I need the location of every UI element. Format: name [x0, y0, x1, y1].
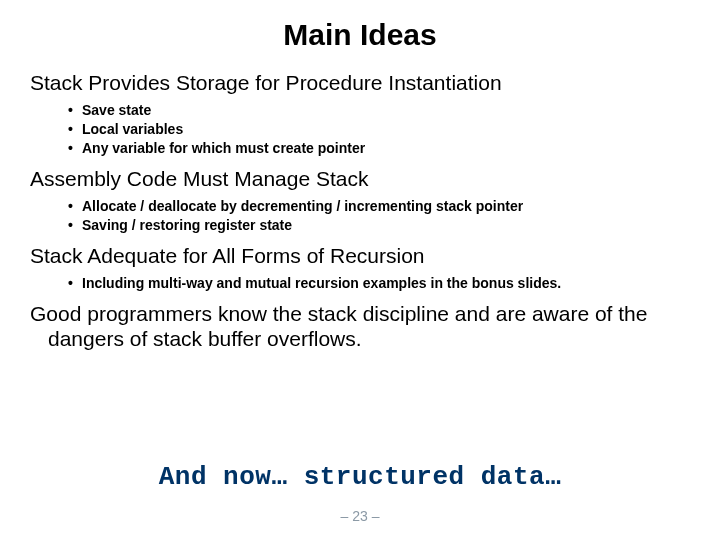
- section-heading-3: Stack Adequate for All Forms of Recursio…: [30, 243, 690, 268]
- bullet-list-3: Including multi-way and mutual recursion…: [30, 274, 690, 293]
- slide-title: Main Ideas: [30, 18, 690, 52]
- list-item: Save state: [68, 101, 690, 120]
- list-item: Including multi-way and mutual recursion…: [68, 274, 690, 293]
- list-item: Any variable for which must create point…: [68, 139, 690, 158]
- bullet-list-2: Allocate / deallocate by decrementing / …: [30, 197, 690, 235]
- section-heading-2: Assembly Code Must Manage Stack: [30, 166, 690, 191]
- section-heading-4: Good programmers know the stack discipli…: [30, 301, 690, 351]
- section-heading-1: Stack Provides Storage for Procedure Ins…: [30, 70, 690, 95]
- bullet-list-1: Save state Local variables Any variable …: [30, 101, 690, 158]
- list-item: Local variables: [68, 120, 690, 139]
- footer-text: And now… structured data…: [0, 462, 720, 492]
- list-item: Saving / restoring register state: [68, 216, 690, 235]
- list-item: Allocate / deallocate by decrementing / …: [68, 197, 690, 216]
- page-number: – 23 –: [0, 508, 720, 524]
